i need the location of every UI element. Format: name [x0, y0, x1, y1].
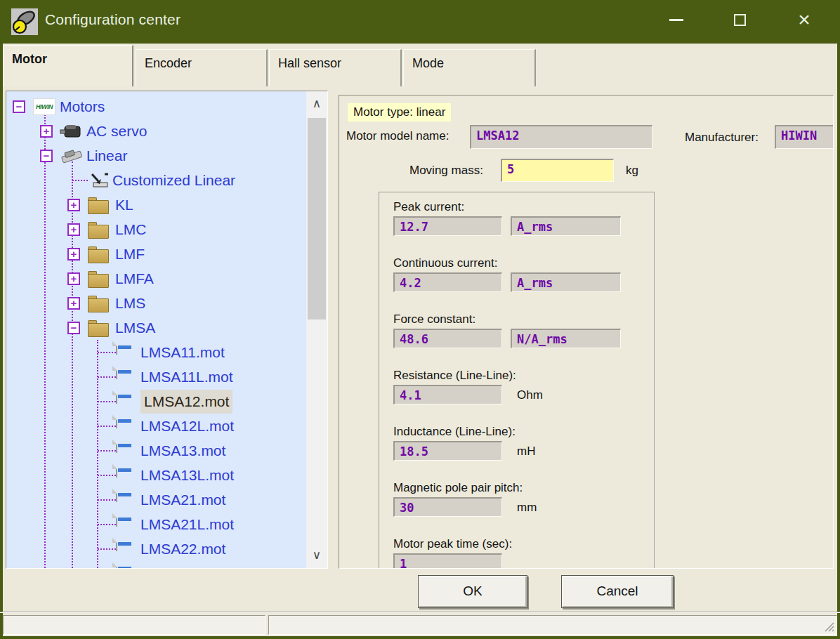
parameter-label: Resistance (Line-Line): — [393, 369, 516, 383]
tree-scrollbar[interactable]: ∧ ∨ — [306, 91, 327, 568]
model-name-field: LMSA12 — [470, 125, 652, 149]
expand-icon[interactable]: + — [67, 223, 80, 236]
expand-icon[interactable]: + — [67, 199, 80, 211]
parameter-unit-field: N/A_rms — [511, 329, 621, 348]
tree-item[interactable]: + LMC — [6, 218, 305, 242]
scroll-up-icon[interactable]: ∧ — [306, 91, 327, 117]
mot-file-icon — [116, 341, 117, 355]
app-icon — [11, 8, 38, 35]
tree-item[interactable]: LMSA22L.mot — [6, 562, 305, 569]
scrollbar-thumb[interactable] — [308, 118, 326, 320]
parameter-label: Inductance (Line-Line): — [393, 425, 516, 439]
parameter-label: Continuous current: — [393, 256, 497, 270]
parameter-unit-text: mH — [517, 444, 535, 459]
parameter-value-field: 12.7 — [393, 216, 502, 236]
tree-item[interactable]: + LMF — [6, 242, 305, 266]
collapse-icon[interactable]: − — [40, 150, 53, 162]
tree-item[interactable]: + KL — [6, 193, 305, 217]
customized-linear-icon — [88, 171, 110, 190]
moving-mass-label: Moving mass: — [409, 164, 483, 178]
collapse-icon[interactable]: − — [67, 322, 80, 334]
parameter-unit-text: mm — [517, 501, 537, 515]
parameter-label: Force constant: — [393, 312, 475, 327]
motor-type-chip: Motor type: linear — [348, 103, 451, 121]
tree-item-selected[interactable]: LMSA12.mot — [6, 390, 305, 414]
tree-item[interactable]: − HIWIN Motors — [6, 95, 305, 119]
tree-item[interactable]: LMSA22.mot — [6, 537, 305, 561]
moving-mass-input[interactable]: 5 — [501, 159, 614, 182]
scroll-down-icon[interactable]: ∨ — [306, 543, 327, 568]
minimize-button[interactable] — [655, 0, 698, 39]
mot-file-icon — [116, 415, 117, 428]
parameter-unit-field: A_rms — [511, 272, 621, 292]
parameter-label: Magnetic pole pair pitch: — [393, 481, 523, 495]
motor-parameters-group: Peak current: 12.7 A_rms Continuous curr… — [379, 192, 655, 569]
status-panel-right — [268, 615, 837, 635]
mot-file-icon — [116, 513, 117, 527]
tree-item[interactable]: LMSA13.mot — [6, 439, 305, 463]
close-icon: × — [798, 9, 811, 30]
model-name-label: Motor model name: — [346, 129, 449, 143]
mot-file-icon — [116, 390, 117, 404]
collapse-icon[interactable]: − — [13, 100, 25, 113]
cancel-button[interactable]: Cancel — [561, 575, 674, 608]
manufacturer-field: HIWIN — [775, 125, 834, 149]
expand-icon[interactable]: + — [67, 297, 80, 310]
tab-hall-sensor[interactable]: Hall sensor — [269, 49, 402, 86]
tree-item[interactable]: Customized Linear — [6, 169, 305, 192]
tab-motor[interactable]: Motor — [3, 45, 133, 86]
parameter-unit-text: Ohm — [517, 388, 543, 402]
ac-servo-motor-icon — [60, 122, 82, 141]
maximize-icon — [734, 14, 746, 26]
tab-mode[interactable]: Mode — [403, 49, 536, 86]
expand-icon[interactable]: + — [67, 248, 80, 261]
configuration-center-window: Configuration center × Motor Encoder Hal… — [0, 0, 840, 639]
tree-item[interactable]: LMSA11.mot — [6, 341, 305, 364]
status-bar — [3, 614, 837, 636]
parameter-value-field: 18.5 — [393, 441, 502, 461]
window-title: Configuration center — [45, 11, 181, 28]
close-button[interactable]: × — [782, 0, 826, 39]
tree-item[interactable]: − LMSA — [6, 316, 305, 340]
tree-item[interactable]: LMSA21L.mot — [6, 513, 305, 536]
title-bar: Configuration center × — [0, 0, 840, 44]
tab-bar: Motor Encoder Hall sensor Mode — [3, 44, 837, 86]
tree-item[interactable]: LMSA13L.mot — [6, 463, 305, 487]
tree-item[interactable]: + LMS — [6, 291, 305, 315]
motor-detail-panel: Motor type: linear Motor model name: LMS… — [339, 95, 834, 569]
parameter-label: Motor peak time (sec): — [393, 537, 512, 551]
tree-item[interactable]: − Linear — [6, 144, 305, 168]
maximize-button[interactable] — [718, 0, 761, 39]
minimize-icon — [669, 19, 683, 21]
tree-item[interactable]: + LMFA — [6, 267, 305, 291]
tree-item[interactable]: + AC servo — [6, 119, 305, 143]
parameter-unit-field: A_rms — [511, 216, 621, 236]
resize-grip-icon[interactable] — [824, 621, 835, 633]
ok-button[interactable]: OK — [418, 575, 527, 608]
tree-item[interactable]: LMSA21.mot — [6, 488, 305, 512]
motor-tree: − HIWIN Motors + AC servo − Linear — [6, 91, 328, 569]
moving-mass-unit: kg — [626, 164, 638, 178]
parameter-value-field: 4.1 — [393, 385, 502, 404]
linear-motor-icon — [60, 147, 84, 166]
status-panel-left — [3, 615, 265, 635]
expand-icon[interactable]: + — [40, 125, 53, 138]
statusbar-divider — [0, 612, 840, 613]
expand-icon[interactable]: + — [67, 272, 80, 285]
mot-file-icon — [116, 489, 117, 502]
mot-file-icon — [116, 366, 117, 379]
manufacturer-label: Manufacturer: — [685, 131, 759, 145]
mot-file-icon — [116, 538, 117, 551]
parameter-value-field: 4.2 — [393, 272, 502, 292]
parameter-value-field: 48.6 — [393, 329, 502, 348]
parameter-value-field: 1 — [393, 553, 502, 569]
parameter-label: Peak current: — [393, 200, 464, 214]
mot-file-icon — [116, 440, 117, 453]
tab-encoder[interactable]: Encoder — [136, 49, 268, 86]
mot-file-icon — [116, 464, 117, 477]
hiwin-logo-icon: HIWIN — [33, 98, 55, 115]
parameter-value-field: 30 — [393, 497, 502, 517]
tree-item[interactable]: LMSA12L.mot — [6, 414, 305, 438]
mot-file-icon — [116, 562, 117, 569]
tree-item[interactable]: LMSA11L.mot — [6, 365, 305, 389]
